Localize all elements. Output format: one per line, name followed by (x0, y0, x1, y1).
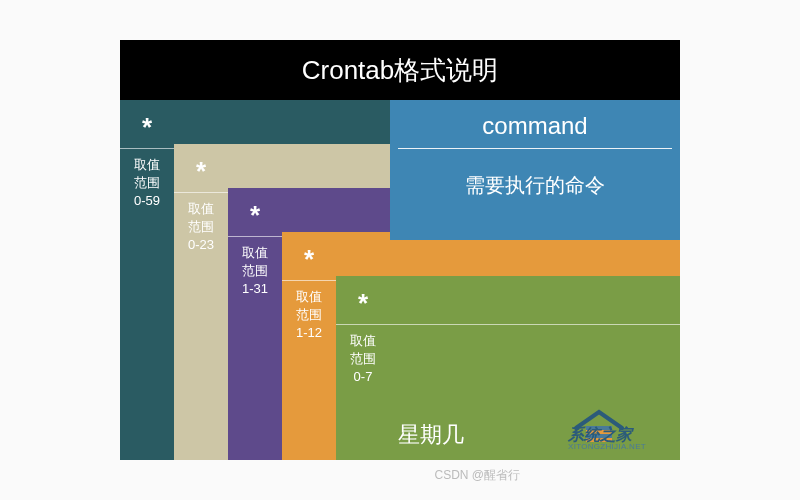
field-star: * (282, 244, 336, 275)
attribution-text: CSDN @醒省行 (434, 467, 520, 484)
divider-line (336, 324, 680, 325)
title-bar: Crontab格式说明 (120, 40, 680, 100)
watermark-text: 系统之家 XITONGZHIJIA.NET (568, 426, 674, 452)
field-star: * (120, 112, 174, 143)
field-range: 取值 范围 0-23 (174, 200, 228, 255)
field-range: 取值 范围 0-59 (120, 156, 174, 211)
field-star: * (228, 200, 282, 231)
title-text: Crontab格式说明 (302, 55, 499, 85)
command-description: 需要执行的命令 (390, 172, 680, 199)
field-command: command 需要执行的命令 (390, 100, 680, 240)
field-range: 取值 范围 0-7 (336, 332, 390, 387)
field-star: * (336, 288, 390, 319)
field-label: 星期几 (398, 420, 464, 450)
crontab-diagram: * 取值 范围 0-59 * 取值 范围 0-23 小时 * 取值 范围 (120, 100, 680, 460)
field-range: 取值 范围 1-31 (228, 244, 282, 299)
command-header: command (390, 112, 680, 140)
field-range: 取值 范围 1-12 (282, 288, 336, 343)
divider-line (398, 148, 672, 149)
diagram-frame: Crontab格式说明 * 取值 范围 0-59 * 取值 范围 0-23 小时 (120, 40, 680, 460)
field-star: * (174, 156, 228, 187)
